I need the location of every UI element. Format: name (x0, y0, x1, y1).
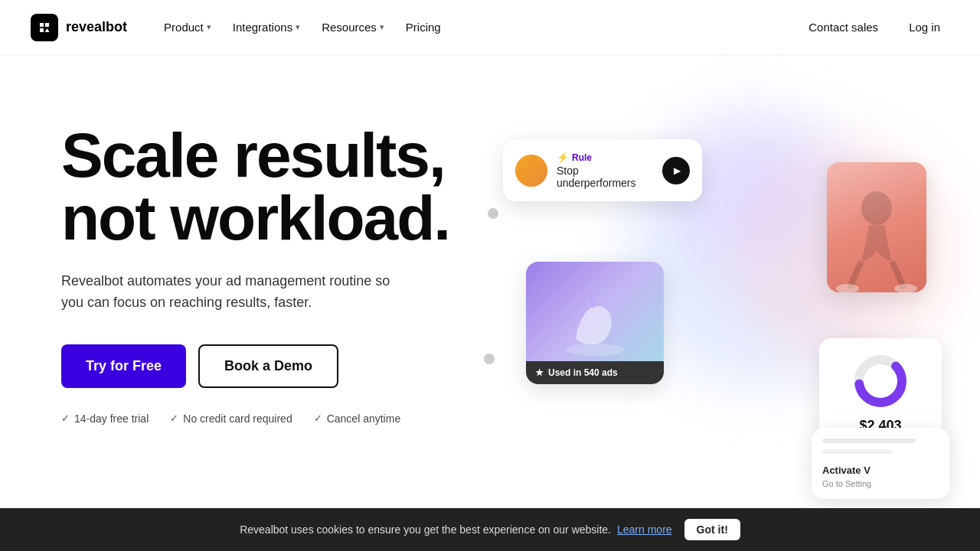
nav-left: revealbot Product ▾ Integrations ▾ Resou… (31, 14, 450, 41)
ad-badge: ★ Used in 540 ads (526, 361, 664, 384)
avatar-image (515, 155, 547, 187)
hero-title: Scale results, not workload. (61, 124, 449, 249)
checkmark-icon: ✓ (170, 412, 178, 424)
check-item-cancel: ✓ Cancel anytime (314, 412, 401, 425)
rule-card: ⚡ Rule Stop underperformers (503, 139, 702, 201)
star-icon: ★ (535, 367, 544, 378)
hero-content: Scale results, not workload. Revealbot a… (61, 101, 449, 425)
donut-svg (850, 350, 911, 412)
nav-item-product[interactable]: Product ▾ (155, 15, 220, 40)
shoe-svg (560, 277, 629, 361)
cookie-accept-button[interactable]: Got it! (684, 519, 740, 530)
dot-decoration (484, 354, 495, 364)
dot-decoration (488, 208, 498, 219)
checkmark-icon: ✓ (314, 412, 322, 424)
activate-title: Activate V (822, 465, 939, 476)
cookie-learn-more-link[interactable]: Learn more (617, 523, 672, 530)
logo[interactable]: revealbot (31, 14, 127, 41)
try-for-free-button[interactable]: Try for Free (61, 344, 186, 388)
cookie-text: Revealbot uses cookies to ensure you get… (240, 523, 611, 530)
ad-card: ★ Used in 540 ads (526, 262, 664, 384)
rule-avatar (515, 155, 547, 187)
logo-svg (37, 20, 52, 35)
donut-chart (850, 350, 911, 412)
svg-point-0 (566, 344, 624, 356)
svg-point-3 (861, 191, 892, 225)
ad-image (526, 262, 664, 361)
nav-menu: Product ▾ Integrations ▾ Resources ▾ Pri… (155, 15, 450, 40)
nav-item-resources[interactable]: Resources ▾ (312, 15, 394, 40)
navbar: revealbot Product ▾ Integrations ▾ Resou… (0, 0, 980, 55)
book-demo-button[interactable]: Book a Demo (198, 344, 338, 388)
nav-item-pricing[interactable]: Pricing (397, 15, 450, 40)
logo-icon (31, 14, 58, 41)
activate-card: Activate V Go to Setting (812, 428, 949, 499)
logo-text: revealbot (66, 19, 127, 35)
pink-fashion-card (827, 162, 926, 292)
activate-line-1 (822, 439, 916, 443)
svg-point-5 (894, 284, 917, 292)
nav-item-integrations[interactable]: Integrations ▾ (224, 15, 309, 40)
chevron-down-icon: ▾ (380, 22, 384, 32)
checkmark-icon: ✓ (61, 412, 70, 424)
rule-name: Stop underperformers (557, 165, 653, 189)
rule-label: ⚡ Rule (557, 152, 653, 163)
check-item-trial: ✓ 14-day free trial (61, 412, 149, 425)
runner-svg (827, 162, 926, 292)
contact-sales-link[interactable]: Contact sales (799, 15, 887, 40)
activate-sub: Go to Setting (822, 479, 939, 488)
hero-checks: ✓ 14-day free trial ✓ No credit card req… (61, 412, 449, 425)
chevron-down-icon: ▾ (207, 22, 211, 32)
lightning-icon: ⚡ (557, 152, 569, 163)
play-button[interactable] (662, 157, 690, 184)
login-button[interactable]: Log in (900, 15, 949, 40)
nav-right: Contact sales Log in (799, 15, 949, 40)
hero-subtitle: Revealbot automates your ad management r… (61, 271, 413, 314)
hero-visual: ⚡ Rule Stop underperformers (480, 101, 949, 530)
check-item-no-cc: ✓ No credit card required (170, 412, 292, 425)
rule-info: ⚡ Rule Stop underperformers (557, 152, 653, 189)
hero-buttons: Try for Free Book a Demo (61, 344, 449, 388)
svg-point-4 (836, 284, 859, 292)
cookie-banner: Revealbot uses cookies to ensure you get… (0, 508, 980, 530)
chevron-down-icon: ▾ (296, 22, 300, 32)
activate-line-2 (822, 449, 892, 454)
fashion-image (827, 162, 926, 292)
hero-section: Scale results, not workload. Revealbot a… (0, 55, 980, 530)
shoe-image (560, 277, 629, 361)
